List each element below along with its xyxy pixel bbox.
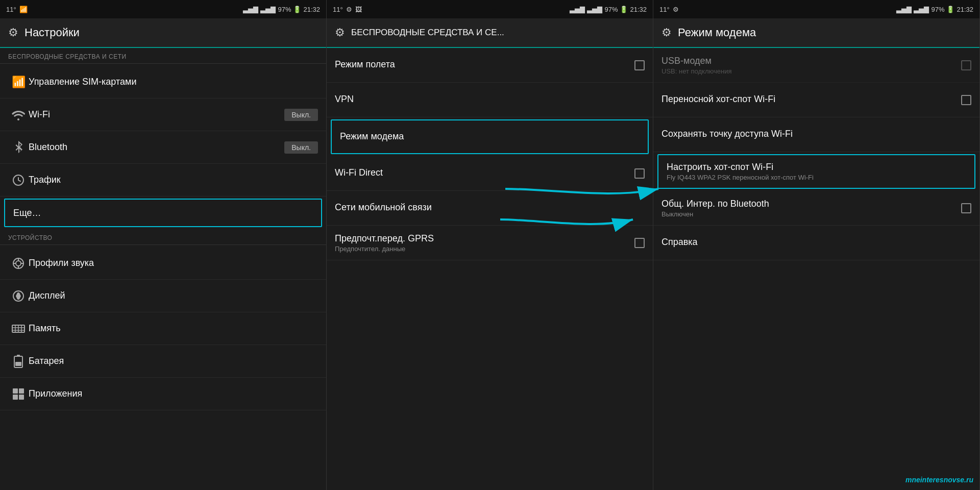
modem-label: Режим модема [340, 131, 640, 142]
bluetooth-toggle[interactable]: Выкл. [284, 141, 318, 154]
wifi-toggle[interactable]: Выкл. [284, 109, 318, 121]
menu-item-bluetooth[interactable]: Bluetooth Выкл. [0, 131, 326, 164]
svg-rect-15 [17, 355, 20, 356]
menu-item-display[interactable]: Дисплей [0, 280, 326, 312]
signal-icon-6: ▃▅▇ [914, 6, 929, 13]
time-2: 21:32 [630, 6, 647, 13]
header-title-2: БЕСПРОВОДНЫЕ СРЕДСТВА И СЕ... [351, 28, 504, 38]
battery-2: 97% [604, 6, 618, 13]
traffic-icon [8, 174, 29, 187]
wifi-icon [8, 109, 29, 120]
svg-point-2 [16, 261, 21, 266]
watermark: mneinteresnovse.ru [905, 476, 973, 484]
menu-item-vpn[interactable]: VPN [327, 83, 653, 117]
menu-item-airplane[interactable]: Режим полета [327, 48, 653, 83]
app-header-2: ⚙ БЕСПРОВОДНЫЕ СРЕДСТВА И СЕ... [327, 18, 653, 48]
svg-rect-16 [15, 362, 21, 366]
panel-modem: 11° ⚙ ▃▅▇ ▃▅▇ 97% 🔋 21:32 ⚙ Режим модема… [653, 0, 980, 490]
display-icon [8, 289, 29, 303]
menu-item-usb[interactable]: USB-модем USB: нет подключения [653, 48, 979, 83]
display-label: Дисплей [29, 290, 318, 301]
temperature-3: 11° [659, 6, 670, 13]
bttether-checkbox[interactable] [961, 203, 971, 213]
temperature-1: 11° [6, 6, 16, 13]
signal-icon-3: ▃▅▇ [570, 6, 585, 13]
svg-rect-17 [13, 388, 18, 394]
apps-icon [8, 387, 29, 401]
gprs-checkbox[interactable] [634, 238, 645, 248]
wifi-icon-1: 📶 [19, 6, 28, 13]
wifidirect-label: Wi-Fi Direct [335, 167, 634, 178]
menu-item-sim[interactable]: 📶 Управление SIM-картами [0, 66, 326, 99]
panel-settings: 11° 📶 ▃▅▇ ▃▅▇ 97% 🔋 21:32 ⚙ Настройки БЕ… [0, 0, 327, 490]
battery-icon-3: 🔋 [946, 6, 954, 13]
app-header-1: ⚙ Настройки [0, 18, 326, 48]
photo-status-icon: 🖼 [355, 6, 362, 13]
help-label: Справка [662, 237, 971, 248]
menu-item-bttether[interactable]: Общ. Интер. по Bluetooth Выключен [653, 191, 979, 226]
section-divider-1 [0, 63, 326, 64]
menu-item-mobile[interactable]: Сети мобильной связи [327, 191, 653, 226]
airplane-label: Режим полета [335, 59, 634, 70]
wifidirect-checkbox[interactable] [634, 168, 645, 179]
battery-1: 97% [278, 6, 291, 13]
menu-item-memory[interactable]: Память [0, 312, 326, 345]
sim-icon: 📶 [8, 76, 29, 89]
settings-status-icon-3: ⚙ [673, 6, 679, 13]
temperature-2: 11° [333, 6, 343, 13]
menu-item-wifidirect[interactable]: Wi-Fi Direct [327, 156, 653, 191]
menu-item-wifi[interactable]: Wi-Fi Выкл. [0, 99, 326, 131]
signal-icon-4: ▃▅▇ [587, 6, 602, 13]
menu-item-traffic[interactable]: Трафик [0, 164, 326, 197]
time-3: 21:32 [957, 6, 973, 13]
hotspot-label: Переносной хот-спот Wi-Fi [662, 94, 961, 105]
menu-item-configure[interactable]: Настроить хот-спот Wi-Fi Fly IQ443 WPA2 … [657, 154, 975, 189]
memory-label: Память [29, 323, 318, 334]
menu-item-modem[interactable]: Режим модема [331, 119, 649, 154]
usb-label: USB-модем [662, 56, 961, 66]
settings-status-icon: ⚙ [346, 6, 352, 13]
menu-item-help[interactable]: Справка [653, 226, 979, 260]
saveap-label: Сохранять точку доступа Wi-Fi [662, 129, 971, 139]
settings-icon-1: ⚙ [8, 26, 18, 39]
gprs-label: Предпочт.перед. GPRS [335, 233, 634, 244]
gprs-desc: Предпочтител. данные [335, 245, 634, 253]
usb-desc: USB: нет подключения [662, 67, 961, 75]
hotspot-checkbox[interactable] [961, 95, 971, 105]
configure-desc: Fly IQ443 WPA2 PSK переносной хот-спот W… [667, 174, 966, 181]
wifi-label: Wi-Fi [29, 109, 284, 120]
settings-icon-3: ⚙ [662, 26, 672, 39]
panel-wireless: 11° ⚙ 🖼 ▃▅▇ ▃▅▇ 97% 🔋 21:32 ⚙ БЕСПРОВОДН… [327, 0, 653, 490]
menu-item-apps[interactable]: Приложения [0, 378, 326, 410]
header-title-1: Настройки [24, 26, 80, 39]
memory-icon [8, 323, 29, 334]
battery-icon-2: 🔋 [620, 6, 628, 13]
menu-item-more[interactable]: Еще… [4, 199, 322, 227]
menu-item-hotspot[interactable]: Переносной хот-спот Wi-Fi [653, 83, 979, 117]
menu-item-sound[interactable]: Профили звука [0, 247, 326, 280]
bluetooth-label: Bluetooth [29, 142, 284, 153]
section-divider-2 [0, 244, 326, 245]
svg-rect-18 [19, 388, 24, 394]
status-bar-2: 11° ⚙ 🖼 ▃▅▇ ▃▅▇ 97% 🔋 21:32 [327, 0, 653, 18]
menu-item-saveap[interactable]: Сохранять точку доступа Wi-Fi [653, 117, 979, 152]
svg-rect-19 [13, 395, 18, 400]
vpn-label: VPN [335, 94, 645, 105]
status-bar-1: 11° 📶 ▃▅▇ ▃▅▇ 97% 🔋 21:32 [0, 0, 326, 18]
mobile-label: Сети мобильной связи [335, 202, 645, 213]
bttether-label: Общ. Интер. по Bluetooth [662, 199, 961, 209]
section-wireless-label: БЕСПРОВОДНЫЕ СРЕДСТВА И СЕТИ [0, 48, 326, 63]
menu-item-gprs[interactable]: Предпочт.перед. GPRS Предпочтител. данны… [327, 226, 653, 260]
airplane-checkbox[interactable] [634, 60, 645, 70]
section-device-label: УСТРОЙСТВО [0, 229, 326, 244]
signal-icon-1: ▃▅▇ [243, 6, 258, 13]
sound-icon [8, 257, 29, 270]
usb-checkbox[interactable] [961, 60, 971, 70]
battery-icon-1: 🔋 [293, 6, 301, 13]
battery-3: 97% [931, 6, 944, 13]
menu-item-battery[interactable]: Батарея [0, 345, 326, 378]
bluetooth-icon [8, 141, 29, 154]
header-title-3: Режим модема [678, 26, 756, 39]
sound-label: Профили звука [29, 258, 318, 268]
more-label: Еще… [13, 208, 313, 218]
